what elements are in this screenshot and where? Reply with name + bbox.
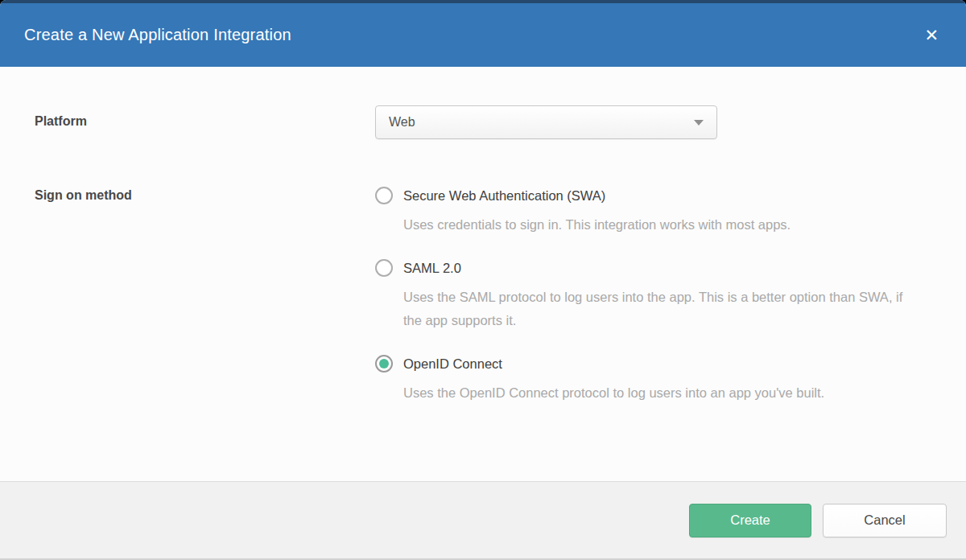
radio-option-saml: SAML 2.0 Uses the SAML protocol to log u… <box>375 259 942 332</box>
modal-body: Platform Web Sign on method Secure Web A… <box>0 67 966 481</box>
create-app-integration-modal: Create a New Application Integration ✕ P… <box>0 0 966 560</box>
create-button[interactable]: Create <box>689 504 811 537</box>
close-icon[interactable]: ✕ <box>919 23 943 47</box>
platform-label: Platform <box>35 105 375 129</box>
radio-circle-icon[interactable] <box>375 187 393 204</box>
radio-description: Uses the OpenID Connect protocol to log … <box>403 381 923 405</box>
radio-openid-connect[interactable]: OpenID Connect <box>375 355 942 373</box>
modal-header: Create a New Application Integration ✕ <box>0 0 966 67</box>
radio-swa[interactable]: Secure Web Authentication (SWA) <box>375 187 942 204</box>
radio-label: Secure Web Authentication (SWA) <box>403 188 605 204</box>
radio-description: Uses the SAML protocol to log users into… <box>403 286 923 332</box>
sign-on-method-row: Sign on method Secure Web Authentication… <box>35 187 942 405</box>
platform-row: Platform Web <box>35 105 942 139</box>
radio-circle-icon[interactable] <box>375 259 393 277</box>
cancel-button[interactable]: Cancel <box>823 504 947 537</box>
sign-on-method-label: Sign on method <box>35 187 375 203</box>
modal-title: Create a New Application Integration <box>24 26 919 44</box>
platform-select-value: Web <box>389 115 694 130</box>
radio-description: Uses credentials to sign in. This integr… <box>403 213 923 237</box>
radio-label: SAML 2.0 <box>403 261 461 276</box>
chevron-down-icon <box>694 120 704 126</box>
radio-saml[interactable]: SAML 2.0 <box>375 259 942 277</box>
radio-option-oidc: OpenID Connect Uses the OpenID Connect p… <box>375 355 942 405</box>
platform-select[interactable]: Web <box>375 105 717 139</box>
radio-circle-icon[interactable] <box>375 355 393 373</box>
radio-label: OpenID Connect <box>403 356 502 372</box>
radio-option-swa: Secure Web Authentication (SWA) Uses cre… <box>375 187 942 237</box>
modal-footer: Create Cancel <box>0 481 966 560</box>
